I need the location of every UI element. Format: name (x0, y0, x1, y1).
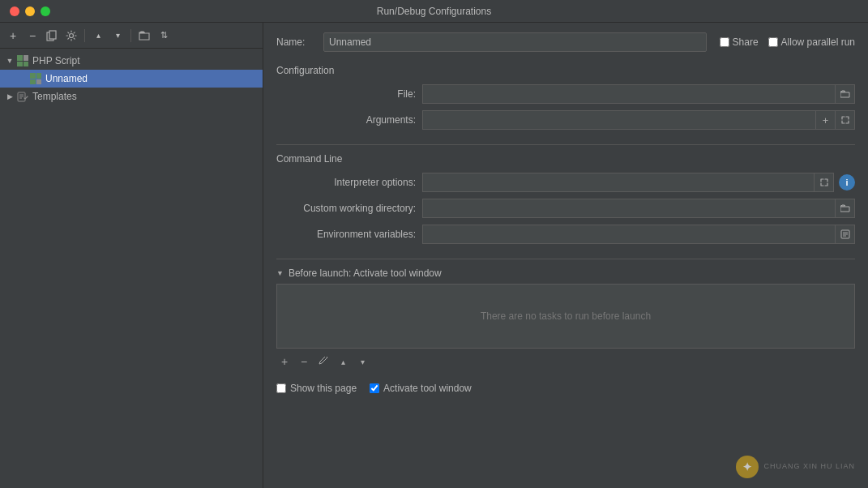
arguments-label: Arguments: (276, 114, 422, 126)
settings-button[interactable] (63, 28, 79, 44)
watermark-logo: ✦ (736, 456, 759, 478)
name-row: Name: Share Allow parallel run (276, 32, 855, 52)
folder-open-icon (840, 90, 850, 98)
configuration-section-title: Configuration (276, 65, 855, 76)
arguments-add-button[interactable]: + (816, 110, 836, 130)
copy-icon (46, 30, 58, 41)
right-panel: Name: Share Allow parallel run Configura… (263, 23, 868, 488)
working-dir-row: Custom working directory: (276, 199, 855, 218)
env-vars-input-wrap (422, 225, 855, 244)
templates-icon (16, 90, 29, 103)
svg-point-2 (70, 33, 74, 37)
file-input-wrap (422, 84, 855, 104)
sort-button[interactable]: ⇅ (156, 28, 172, 44)
working-dir-label: Custom working directory: (276, 203, 422, 214)
activate-window-checkbox[interactable] (370, 383, 379, 393)
interpreter-input-wrap: i (422, 173, 855, 192)
before-launch-down-button[interactable]: ▾ (354, 353, 370, 370)
env-vars-row: Environment variables: (276, 225, 855, 244)
command-line-section: Command Line Interpreter options: i Cust… (276, 153, 855, 250)
tree-php-script-group[interactable]: ▼ PHP Script (0, 52, 263, 70)
before-launch-up-button[interactable]: ▴ (335, 353, 351, 370)
interpreter-input[interactable] (422, 173, 815, 192)
file-input[interactable] (422, 84, 836, 104)
parallel-group: Allow parallel run (768, 36, 855, 48)
show-page-checkbox[interactable] (276, 383, 286, 393)
configuration-section: Configuration File: Arguments: (276, 65, 855, 136)
interpreter-label: Interpreter options: (276, 177, 422, 188)
share-checkbox[interactable] (720, 37, 729, 47)
file-label: File: (276, 88, 422, 100)
sidebar: + − ▴ ▾ (0, 23, 263, 488)
arguments-input[interactable] (422, 110, 816, 130)
footer-checkboxes: Show this page Activate tool window (276, 383, 855, 394)
move-down-button[interactable]: ▾ (109, 28, 126, 44)
folder-icon (139, 31, 150, 41)
working-dir-browse-button[interactable] (836, 199, 855, 218)
toolbar-divider-1 (84, 29, 85, 42)
file-browse-button[interactable] (836, 84, 855, 104)
config-tree: ▼ PHP Script (0, 49, 263, 488)
share-group: Share (720, 36, 759, 48)
unnamed-label: Unnamed (45, 73, 88, 84)
tree-unnamed-item[interactable]: Unnamed (0, 70, 263, 88)
file-row: File: (276, 84, 855, 104)
titlebar: Run/Debug Configurations (0, 0, 868, 23)
interpreter-info-button[interactable]: i (839, 174, 855, 190)
arguments-buttons: + (816, 110, 855, 130)
activate-window-group: Activate tool window (370, 383, 472, 394)
sidebar-toolbar: + − ▴ ▾ (0, 23, 263, 49)
svg-rect-1 (49, 31, 56, 39)
interpreter-expand-button[interactable] (815, 173, 834, 192)
main-container: + − ▴ ▾ (0, 23, 868, 488)
before-launch-header[interactable]: ▼ Before launch: Activate tool window (276, 268, 855, 279)
env-vars-label: Environment variables: (276, 229, 422, 240)
watermark: ✦ CHUANG XIN HU LIAN (736, 456, 855, 478)
tree-templates-group[interactable]: ▶ Templates (0, 88, 263, 105)
folder-button[interactable] (136, 28, 152, 44)
section-divider-2 (276, 259, 855, 259)
before-launch-remove-button[interactable]: − (296, 353, 312, 370)
before-launch-area: There are no tasks to run before launch (276, 284, 855, 349)
add-config-button[interactable]: + (5, 28, 21, 44)
remove-config-button[interactable]: − (24, 28, 41, 44)
activate-window-label: Activate tool window (383, 383, 472, 394)
env-edit-icon (840, 229, 850, 239)
show-page-group: Show this page (276, 383, 357, 394)
parallel-label: Allow parallel run (781, 36, 855, 48)
section-divider-1 (276, 144, 855, 145)
watermark-text: CHUANG XIN HU LIAN (763, 462, 855, 472)
share-label: Share (733, 36, 759, 48)
php-script-icon (16, 54, 29, 67)
before-launch-edit-button[interactable] (315, 353, 331, 370)
copy-config-button[interactable] (44, 28, 60, 44)
edit-icon (319, 357, 328, 366)
before-launch-title: Before launch: Activate tool window (289, 268, 442, 279)
settings-icon (66, 30, 77, 41)
name-input[interactable] (323, 32, 707, 52)
unnamed-icon (29, 72, 42, 85)
env-vars-edit-button[interactable] (836, 225, 855, 244)
working-dir-input[interactable] (422, 199, 836, 218)
expand-icon-2 (820, 178, 828, 186)
parallel-checkbox[interactable] (768, 37, 778, 47)
interpreter-row: Interpreter options: i (276, 173, 855, 192)
window-controls[interactable] (10, 6, 50, 16)
close-button[interactable] (10, 6, 19, 16)
php-script-collapse-arrow[interactable]: ▼ (3, 54, 16, 67)
before-launch-add-button[interactable]: + (276, 353, 293, 370)
env-vars-input[interactable] (422, 225, 836, 244)
arguments-input-wrap: + (422, 110, 855, 130)
arguments-expand-button[interactable] (836, 110, 855, 130)
move-up-button[interactable]: ▴ (90, 28, 106, 44)
show-page-label: Show this page (290, 383, 357, 394)
templates-expand-arrow[interactable]: ▶ (3, 90, 16, 103)
minimize-button[interactable] (25, 6, 35, 16)
folder-open-icon-2 (840, 204, 850, 212)
before-launch-section: ▼ Before launch: Activate tool window Th… (276, 268, 855, 379)
working-dir-input-wrap (422, 199, 855, 218)
window-title: Run/Debug Configurations (377, 6, 491, 17)
toolbar-divider-2 (130, 29, 131, 42)
maximize-button[interactable] (41, 6, 50, 16)
php-script-label: PHP Script (32, 55, 79, 66)
